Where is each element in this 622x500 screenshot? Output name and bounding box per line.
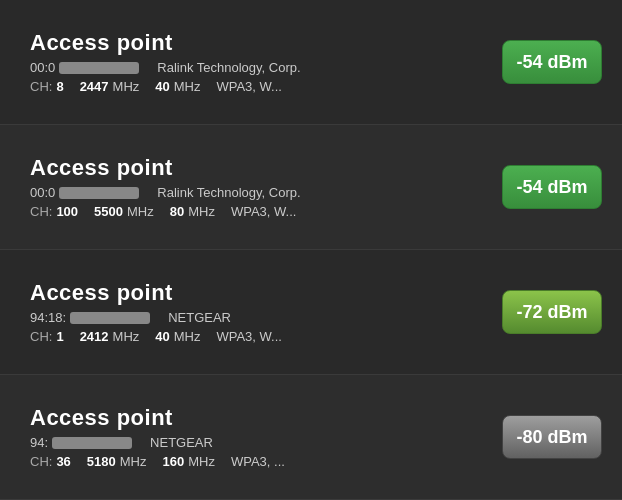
mac-blurred xyxy=(52,437,132,449)
ap-security: WPA3, W... xyxy=(231,204,297,219)
ap-vendor: Ralink Technology, Corp. xyxy=(157,185,300,200)
ap-mac: 94:18: xyxy=(30,310,152,325)
channel-label: CH: xyxy=(30,454,52,469)
ap-mac-vendor: 94:18: NETGEAR xyxy=(30,310,486,325)
frequency-unit: MHz xyxy=(120,454,147,469)
bandwidth-unit: MHz xyxy=(174,329,201,344)
security-value: WPA3, ... xyxy=(231,454,285,469)
ap-channel: CH: 8 xyxy=(30,79,64,94)
channel-label: CH: xyxy=(30,329,52,344)
ap-frequency: 5500 MHz xyxy=(94,204,154,219)
ap-mac: 94: xyxy=(30,435,134,450)
mac-blurred xyxy=(70,312,150,324)
mac-prefix: 00:0 xyxy=(30,60,55,75)
ap-channels: CH: 36 5180 MHz 160 MHz WPA3, ... xyxy=(30,454,486,469)
ap-mac: 00:0 xyxy=(30,60,141,75)
access-point-item[interactable]: Access point 94:18: NETGEAR CH: 1 2412 M… xyxy=(0,250,622,375)
ap-bandwidth: 40 MHz xyxy=(155,79,200,94)
access-point-item[interactable]: Access point 00:0 Ralink Technology, Cor… xyxy=(0,0,622,125)
ap-mac-vendor: 00:0 Ralink Technology, Corp. xyxy=(30,60,486,75)
channel-label: CH: xyxy=(30,79,52,94)
access-point-item[interactable]: Access point 00:0 Ralink Technology, Cor… xyxy=(0,125,622,250)
ap-mac-vendor: 00:0 Ralink Technology, Corp. xyxy=(30,185,486,200)
bandwidth-value: 40 xyxy=(155,329,169,344)
bandwidth-unit: MHz xyxy=(188,454,215,469)
access-point-item[interactable]: Access point 94: NETGEAR CH: 36 5180 MHz xyxy=(0,375,622,500)
channel-value: 100 xyxy=(56,204,78,219)
bandwidth-value: 80 xyxy=(170,204,184,219)
signal-badge: -54 dBm xyxy=(502,165,602,209)
ap-info: Access point 94: NETGEAR CH: 36 5180 MHz xyxy=(30,405,486,469)
channel-value: 1 xyxy=(56,329,63,344)
ap-frequency: 5180 MHz xyxy=(87,454,147,469)
ap-title: Access point xyxy=(30,280,486,306)
channel-value: 8 xyxy=(56,79,63,94)
ap-mac-vendor: 94: NETGEAR xyxy=(30,435,486,450)
ap-channel: CH: 1 xyxy=(30,329,64,344)
bandwidth-value: 40 xyxy=(155,79,169,94)
ap-mac: 00:0 xyxy=(30,185,141,200)
channel-label: CH: xyxy=(30,204,52,219)
ap-bandwidth: 80 MHz xyxy=(170,204,215,219)
frequency-value: 5180 xyxy=(87,454,116,469)
frequency-unit: MHz xyxy=(113,329,140,344)
signal-badge: -54 dBm xyxy=(502,40,602,84)
ap-channel: CH: 36 xyxy=(30,454,71,469)
ap-vendor: NETGEAR xyxy=(168,310,231,325)
ap-title: Access point xyxy=(30,405,486,431)
mac-blurred xyxy=(59,187,139,199)
ap-title: Access point xyxy=(30,30,486,56)
ap-security: WPA3, W... xyxy=(216,79,282,94)
ap-bandwidth: 40 MHz xyxy=(155,329,200,344)
ap-channels: CH: 1 2412 MHz 40 MHz WPA3, W... xyxy=(30,329,486,344)
channel-value: 36 xyxy=(56,454,70,469)
ap-title: Access point xyxy=(30,155,486,181)
ap-security: WPA3, W... xyxy=(216,329,282,344)
frequency-value: 2412 xyxy=(80,329,109,344)
signal-badge: -72 dBm xyxy=(502,290,602,334)
ap-frequency: 2447 MHz xyxy=(80,79,140,94)
frequency-unit: MHz xyxy=(127,204,154,219)
frequency-value: 5500 xyxy=(94,204,123,219)
ap-bandwidth: 160 MHz xyxy=(163,454,215,469)
mac-prefix: 00:0 xyxy=(30,185,55,200)
ap-security: WPA3, ... xyxy=(231,454,285,469)
ap-info: Access point 00:0 Ralink Technology, Cor… xyxy=(30,155,486,219)
ap-frequency: 2412 MHz xyxy=(80,329,140,344)
security-value: WPA3, W... xyxy=(231,204,297,219)
bandwidth-unit: MHz xyxy=(188,204,215,219)
bandwidth-value: 160 xyxy=(163,454,185,469)
ap-info: Access point 94:18: NETGEAR CH: 1 2412 M… xyxy=(30,280,486,344)
signal-badge: -80 dBm xyxy=(502,415,602,459)
ap-info: Access point 00:0 Ralink Technology, Cor… xyxy=(30,30,486,94)
security-value: WPA3, W... xyxy=(216,79,282,94)
mac-blurred xyxy=(59,62,139,74)
security-value: WPA3, W... xyxy=(216,329,282,344)
ap-channel: CH: 100 xyxy=(30,204,78,219)
ap-vendor: Ralink Technology, Corp. xyxy=(157,60,300,75)
access-point-list: Access point 00:0 Ralink Technology, Cor… xyxy=(0,0,622,500)
frequency-value: 2447 xyxy=(80,79,109,94)
ap-channels: CH: 8 2447 MHz 40 MHz WPA3, W... xyxy=(30,79,486,94)
mac-prefix: 94: xyxy=(30,435,48,450)
bandwidth-unit: MHz xyxy=(174,79,201,94)
mac-prefix: 94:18: xyxy=(30,310,66,325)
ap-vendor: NETGEAR xyxy=(150,435,213,450)
ap-channels: CH: 100 5500 MHz 80 MHz WPA3, W... xyxy=(30,204,486,219)
frequency-unit: MHz xyxy=(113,79,140,94)
